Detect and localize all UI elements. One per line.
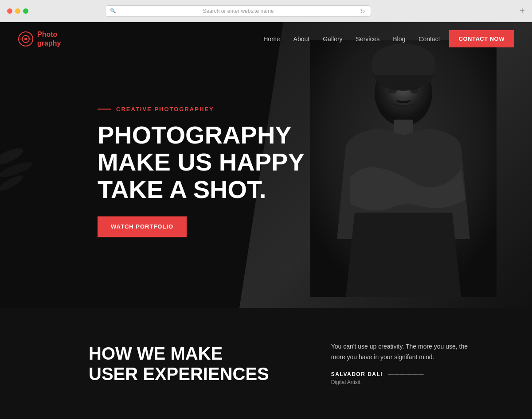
hero-title: PHOTOGRAPHY MAKE US HAPPY TAKE A SHOT. (98, 121, 305, 203)
bottom-title: HOW WE MAKE USER EXPERIENCES (89, 343, 269, 384)
nav-blog[interactable]: Blog (393, 35, 405, 43)
minimize-button[interactable] (15, 8, 20, 14)
hero-person-image (310, 40, 497, 297)
traffic-lights (7, 8, 28, 14)
nav-home[interactable]: Home (263, 35, 280, 43)
svg-point-2 (24, 38, 27, 40)
nav-gallery[interactable]: Gallery (323, 35, 342, 43)
bottom-left-content: HOW WE MAKE USER EXPERIENCES (89, 343, 269, 384)
author-info: SALVADOR DALI —————— Digital Artisit (331, 371, 424, 385)
new-tab-button[interactable]: + (520, 6, 525, 16)
nav-services[interactable]: Services (356, 35, 380, 43)
svg-point-12 (388, 88, 397, 93)
nav-about[interactable]: About (293, 35, 310, 43)
svg-point-13 (410, 88, 419, 93)
nav-links: Home About Gallery Services Blog Contact (263, 35, 440, 43)
reload-icon[interactable]: ↻ (360, 8, 366, 14)
logo[interactable]: Photo graphy (18, 30, 61, 47)
bottom-section: HOW WE MAKE USER EXPERIENCES You can't u… (0, 308, 532, 419)
bottom-author: SALVADOR DALI —————— Digital Artisit (331, 371, 473, 385)
logo-icon (18, 31, 34, 47)
author-title: Digital Artisit (331, 379, 424, 385)
bottom-quote-text: You can't use up creativity. The more yo… (331, 341, 473, 363)
author-name: SALVADOR DALI —————— (331, 371, 424, 377)
hero-subtitle: CREATIVE PHOTOGRAPHEY (98, 106, 305, 113)
address-bar-text: Search or enter website name (119, 8, 357, 14)
contact-now-button[interactable]: CONTACT NOW (449, 30, 514, 47)
hero-section: CREATIVE PHOTOGRAPHEY PHOTOGRAPHY MAKE U… (0, 22, 532, 308)
maximize-button[interactable] (23, 8, 28, 14)
watch-portfolio-button[interactable]: WATCH PORTFOLIO (98, 217, 187, 237)
hero-content: CREATIVE PHOTOGRAPHEY PHOTOGRAPHY MAKE U… (18, 106, 305, 237)
subtitle-line-decoration (98, 109, 111, 109)
address-bar[interactable]: 🔍 Search or enter website name ↻ (105, 5, 371, 17)
close-button[interactable] (7, 8, 12, 14)
nav-contact[interactable]: Contact (419, 35, 440, 43)
search-icon: 🔍 (110, 8, 116, 14)
website-content: Photo graphy Home About Gallery Services… (0, 22, 532, 419)
navigation: Photo graphy Home About Gallery Services… (0, 22, 532, 55)
person-silhouette (310, 40, 497, 297)
logo-text: Photo graphy (37, 30, 61, 47)
browser-chrome: 🔍 Search or enter website name ↻ + (0, 0, 532, 22)
bottom-right-content: You can't use up creativity. The more yo… (305, 341, 473, 386)
hero-subtitle-text: CREATIVE PHOTOGRAPHEY (116, 106, 214, 113)
